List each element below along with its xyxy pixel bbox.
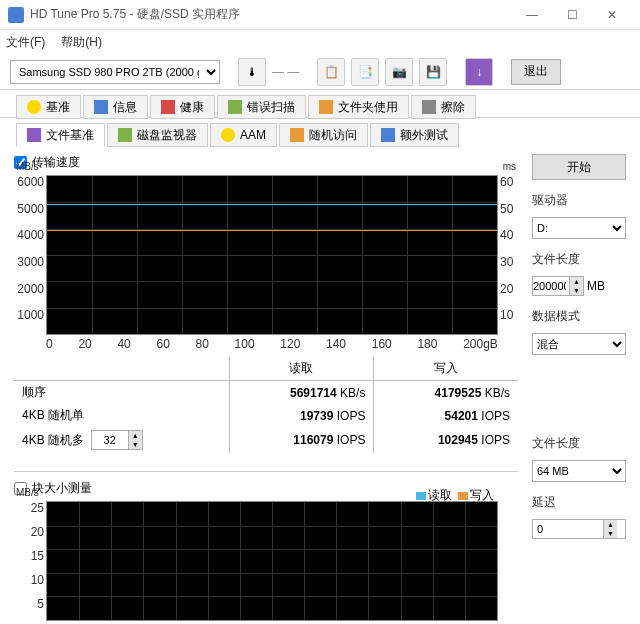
tab-folder-usage[interactable]: 文件夹使用 [308, 95, 409, 119]
tab-file-benchmark[interactable]: 文件基准 [16, 123, 105, 147]
toolbar: Samsung SSD 980 PRO 2TB (2000 gB) 🌡 — — … [0, 54, 640, 90]
start-button[interactable]: 开始 [532, 154, 626, 180]
chevron-down-icon[interactable]: ▼ [128, 440, 142, 449]
table-row: 4KB 随机单19739 IOPS54201 IOPS [14, 404, 518, 427]
tab-info[interactable]: 信息 [83, 95, 148, 119]
delay-stepper[interactable]: ▲▼ [532, 519, 626, 539]
erase-icon [422, 100, 436, 114]
content: 传输速度 MB/s ms 600050004000300020001000 60… [0, 146, 640, 624]
chevron-up-icon[interactable]: ▲ [569, 277, 583, 286]
sidebar: 开始 驱动器 D: 文件长度 ▲▼ MB 数据模式 混合 文件长度 64 MB … [532, 154, 626, 621]
file-icon [27, 128, 41, 142]
tab-error-scan[interactable]: 错误扫描 [217, 95, 306, 119]
write-line [47, 230, 497, 231]
x-ticks: 020406080100120140160180200gB [46, 337, 498, 351]
menu-help[interactable]: 帮助(H) [61, 34, 102, 51]
delay-label: 延迟 [532, 494, 626, 511]
tab-disk-monitor[interactable]: 磁盘监视器 [107, 123, 208, 147]
aam-icon [221, 128, 235, 142]
maximize-button[interactable]: ☐ [552, 1, 592, 29]
file-length2-select[interactable]: 64 MB [532, 460, 626, 482]
drive-label: 驱动器 [532, 192, 626, 209]
menu-file[interactable]: 文件(F) [6, 34, 45, 51]
results-table: 读取写入 顺序5691714 KB/s4179525 KB/s 4KB 随机单1… [14, 357, 518, 453]
transfer-speed-checkbox[interactable]: 传输速度 [14, 154, 518, 171]
drive-select[interactable]: Samsung SSD 980 PRO 2TB (2000 gB) [10, 60, 220, 84]
folder-icon [319, 100, 333, 114]
y-axis-label: MB/s [16, 161, 39, 172]
chevron-up-icon[interactable]: ▲ [603, 520, 617, 529]
queue-depth-stepper[interactable]: ▲▼ [91, 430, 143, 450]
bulb-icon [27, 100, 41, 114]
file-length-stepper[interactable]: ▲▼ [532, 276, 584, 296]
blocksize-chart [46, 501, 498, 621]
chevron-down-icon[interactable]: ▼ [603, 529, 617, 538]
y-axis-label-2: MB/s [16, 487, 39, 498]
read-line [47, 204, 497, 205]
chevron-up-icon[interactable]: ▲ [128, 431, 142, 440]
tab-erase[interactable]: 擦除 [411, 95, 476, 119]
table-row: 4KB 随机多 ▲▼116079 IOPS102945 IOPS [14, 427, 518, 453]
transfer-chart [46, 175, 498, 335]
tab-row-1: 基准 信息 健康 错误扫描 文件夹使用 擦除 [0, 90, 640, 118]
chevron-down-icon[interactable]: ▼ [569, 286, 583, 295]
window-title: HD Tune Pro 5.75 - 硬盘/SSD 实用程序 [30, 6, 512, 23]
file-length-label: 文件长度 [532, 251, 626, 268]
scan-icon [228, 100, 242, 114]
download-icon[interactable]: ↓ [465, 58, 493, 86]
info-icon [94, 100, 108, 114]
tab-health[interactable]: 健康 [150, 95, 215, 119]
drive-letter-select[interactable]: D: [532, 217, 626, 239]
y-ticks: 600050004000300020001000 [16, 175, 44, 335]
tab-random-access[interactable]: 随机访问 [279, 123, 368, 147]
data-mode-label: 数据模式 [532, 308, 626, 325]
save-icon[interactable]: 💾 [419, 58, 447, 86]
extra-icon [381, 128, 395, 142]
temp-value: — — [272, 65, 299, 79]
y2-ticks: 605040302010 [500, 175, 516, 335]
data-mode-select[interactable]: 混合 [532, 333, 626, 355]
table-row: 顺序5691714 KB/s4179525 KB/s [14, 381, 518, 405]
menubar: 文件(F) 帮助(H) [0, 30, 640, 54]
health-icon [161, 100, 175, 114]
temperature-icon[interactable]: 🌡 [238, 58, 266, 86]
app-icon [8, 7, 24, 23]
random-icon [290, 128, 304, 142]
copy-icon[interactable]: 📋 [317, 58, 345, 86]
tab-benchmark[interactable]: 基准 [16, 95, 81, 119]
exit-button[interactable]: 退出 [511, 59, 561, 85]
titlebar: HD Tune Pro 5.75 - 硬盘/SSD 实用程序 ― ☐ ✕ [0, 0, 640, 30]
tab-aam[interactable]: AAM [210, 123, 277, 147]
file-length2-label: 文件长度 [532, 435, 626, 452]
tab-extra-tests[interactable]: 额外测试 [370, 123, 459, 147]
screenshot-icon[interactable]: 📷 [385, 58, 413, 86]
disk-icon [118, 128, 132, 142]
y-ticks-2: 252015105 [16, 501, 44, 621]
minimize-button[interactable]: ― [512, 1, 552, 29]
close-button[interactable]: ✕ [592, 1, 632, 29]
tab-row-2: 文件基准 磁盘监视器 AAM 随机访问 额外测试 [0, 117, 640, 146]
copy2-icon[interactable]: 📑 [351, 58, 379, 86]
y2-axis-label: ms [503, 161, 516, 172]
